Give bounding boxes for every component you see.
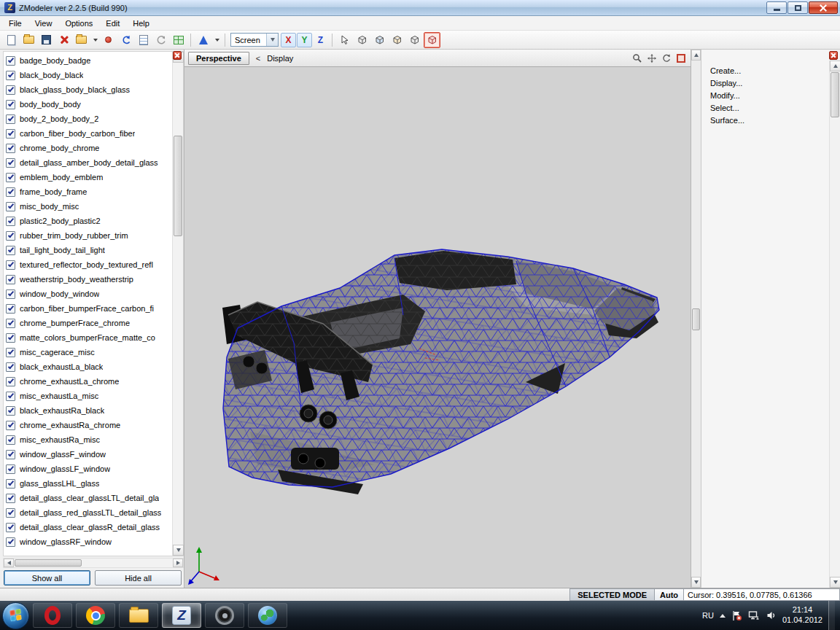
material-row[interactable]: misc_body_misc	[4, 199, 172, 214]
material-row[interactable]: badge_body_badge	[4, 53, 172, 68]
taskbar-chrome-button[interactable]	[76, 603, 115, 628]
viewport-back-button[interactable]: <	[254, 54, 262, 63]
scroll-up-button[interactable]	[691, 50, 701, 61]
material-checkbox[interactable]	[6, 435, 15, 445]
scrollbar-thumb[interactable]	[174, 136, 182, 236]
material-button[interactable]	[195, 32, 211, 48]
language-indicator[interactable]: RU	[702, 611, 714, 620]
material-row[interactable]: matte_colors_bumperFrace_matte_co	[4, 330, 172, 345]
material-checkbox[interactable]	[6, 85, 15, 95]
save-button[interactable]	[38, 32, 55, 48]
material-row[interactable]: frame_body_frame	[4, 184, 172, 199]
material-checkbox[interactable]	[6, 508, 15, 518]
material-row[interactable]: window_glassRF_window	[4, 534, 172, 549]
material-checkbox[interactable]	[6, 537, 15, 547]
screen-select[interactable]: Screen	[230, 33, 279, 47]
grid-button[interactable]	[170, 32, 187, 48]
minimize-button[interactable]	[766, 1, 787, 14]
view-cube-button-active[interactable]	[424, 32, 440, 48]
viewport-mode-button[interactable]: Perspective	[188, 52, 249, 65]
material-checkbox[interactable]	[6, 56, 15, 66]
view-cube-button-3[interactable]	[389, 32, 405, 48]
material-checkbox[interactable]	[6, 173, 15, 182]
materials-scrollbar[interactable]	[172, 52, 183, 556]
maximize-button[interactable]	[788, 1, 808, 14]
material-row[interactable]: rubber_trim_body_rubber_trim	[4, 228, 172, 243]
refresh-button[interactable]	[152, 32, 169, 48]
material-row[interactable]: chrome_exhaustRa_chrome	[4, 418, 172, 432]
material-row[interactable]: body_body_body	[4, 97, 172, 112]
command-item[interactable]: Display...	[710, 77, 830, 89]
material-row[interactable]: carbon_fiber_body_carbon_fiber	[4, 126, 172, 141]
material-checkbox[interactable]	[6, 158, 15, 168]
material-checkbox[interactable]	[6, 275, 15, 284]
close-button[interactable]	[809, 1, 838, 14]
axis-z-button[interactable]: Z	[313, 33, 328, 47]
material-checkbox[interactable]	[6, 479, 15, 489]
commands-scrollbar[interactable]	[829, 61, 840, 588]
material-checkbox[interactable]	[6, 100, 15, 109]
material-checkbox[interactable]	[6, 421, 15, 430]
material-checkbox[interactable]	[6, 319, 15, 328]
status-auto-toggle[interactable]: Auto	[655, 588, 684, 601]
hide-all-button[interactable]: Hide all	[95, 570, 182, 586]
material-checkbox[interactable]	[6, 289, 15, 299]
material-checkbox[interactable]	[6, 523, 15, 532]
material-checkbox[interactable]	[6, 464, 15, 474]
speaker-icon[interactable]	[766, 610, 777, 621]
material-row[interactable]: chrome_body_chrome	[4, 141, 172, 155]
material-checkbox[interactable]	[6, 406, 15, 416]
material-checkbox[interactable]	[6, 187, 15, 197]
viewport-tool-label[interactable]: Display	[267, 54, 293, 63]
material-checkbox[interactable]	[6, 217, 15, 226]
show-all-button[interactable]: Show all	[4, 570, 90, 586]
scroll-right-button[interactable]	[173, 559, 183, 567]
material-checkbox[interactable]	[6, 114, 15, 124]
material-checkbox[interactable]	[6, 377, 15, 386]
command-item[interactable]: Surface...	[710, 114, 830, 126]
open-file-button[interactable]	[20, 32, 37, 48]
delete-button[interactable]	[55, 32, 72, 48]
material-row[interactable]: tail_light_body_tail_light	[4, 243, 172, 257]
start-button[interactable]	[2, 602, 29, 629]
taskbar-browser-button[interactable]	[248, 603, 287, 628]
scrollbar-thumb[interactable]	[692, 308, 700, 330]
hscrollbar-thumb[interactable]	[15, 559, 82, 567]
commands-panel-close-button[interactable]	[829, 51, 838, 60]
import-button[interactable]	[73, 32, 90, 48]
taskbar-clock[interactable]: 21:14 01.04.2012	[782, 605, 822, 626]
material-row[interactable]: chrome_exhaustLa_chrome	[4, 374, 172, 389]
material-row[interactable]: weatherstrip_body_weatherstrip	[4, 272, 172, 287]
material-row[interactable]: window_glassLF_window	[4, 462, 172, 476]
material-row[interactable]: glass_glassLHL_glass	[4, 476, 172, 491]
material-checkbox[interactable]	[6, 246, 15, 255]
command-item[interactable]: Select...	[710, 101, 830, 114]
material-row[interactable]: body_2_body_body_2	[4, 112, 172, 126]
rotate-view-button[interactable]	[661, 52, 672, 64]
menu-item[interactable]: File	[2, 17, 28, 30]
material-checkbox[interactable]	[6, 304, 15, 314]
scroll-left-button[interactable]	[4, 559, 14, 567]
material-checkbox[interactable]	[6, 129, 15, 139]
command-item[interactable]: Create...	[710, 64, 830, 77]
action-center-flag-icon[interactable]	[731, 610, 742, 621]
pan-button[interactable]	[646, 52, 658, 64]
material-row[interactable]: misc_cagerace_misc	[4, 345, 172, 359]
material-row[interactable]: detail_glass_amber_body_detail_glass	[4, 155, 172, 170]
viewport-canvas[interactable]	[184, 67, 691, 588]
scroll-up-button[interactable]	[830, 61, 840, 71]
show-hidden-icons-button[interactable]	[720, 614, 726, 618]
axis-x-button[interactable]: X	[281, 33, 296, 47]
material-checkbox[interactable]	[6, 362, 15, 372]
view-cube-button-2[interactable]	[371, 32, 388, 48]
material-checkbox[interactable]	[6, 348, 15, 357]
axis-y-button[interactable]: Y	[297, 33, 312, 47]
record-button[interactable]	[100, 32, 117, 48]
scroll-down-button[interactable]	[830, 577, 840, 588]
menu-item[interactable]: Options	[58, 17, 99, 30]
material-checkbox[interactable]	[6, 260, 15, 270]
material-row[interactable]: window_glassF_window	[4, 447, 172, 462]
material-row[interactable]: misc_exhaustRa_misc	[4, 432, 172, 447]
material-row[interactable]: misc_exhaustLa_misc	[4, 389, 172, 403]
import-dropdown[interactable]	[90, 32, 99, 48]
